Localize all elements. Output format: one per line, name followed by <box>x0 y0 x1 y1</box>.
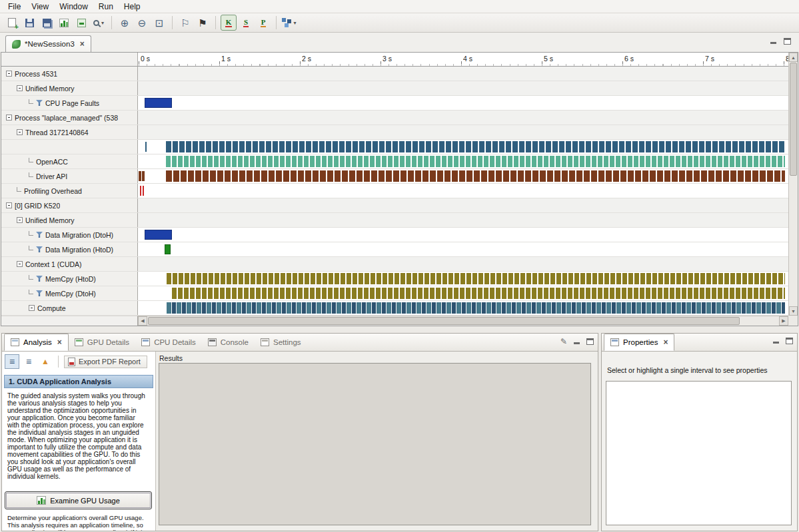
timeline-bar[interactable] <box>143 186 144 196</box>
unguided-analysis-mode-button[interactable]: ≡ <box>21 354 36 369</box>
zoom-in-button[interactable]: ⊕ <box>117 15 133 31</box>
close-icon[interactable]: × <box>663 338 668 347</box>
menu-run[interactable]: Run <box>93 1 119 13</box>
row-track-context-1-cuda[interactable] <box>138 257 788 271</box>
scroll-up-icon[interactable]: ▲ <box>789 53 798 62</box>
tab-console[interactable]: Console <box>202 334 255 351</box>
guided-analysis-mode-button[interactable]: ≡ <box>5 354 19 369</box>
collapse-icon[interactable] <box>17 129 23 135</box>
timeline-bar[interactable] <box>166 141 785 152</box>
collapse-icon[interactable] <box>17 261 23 267</box>
timeline-bar[interactable] <box>145 98 172 108</box>
row-label-grid-k520[interactable]: [0] GRID K520 <box>1 198 138 212</box>
minimize-icon[interactable] <box>573 339 580 345</box>
new-session-button[interactable] <box>4 15 20 31</box>
vertical-scrollbar[interactable]: ▲ ▼ <box>788 53 798 316</box>
row-track-openacc[interactable] <box>138 154 788 168</box>
tab-cpu-details[interactable]: CPU Details <box>135 334 202 351</box>
save-button[interactable] <box>21 15 37 31</box>
row-track-process-laplace[interactable] <box>138 111 788 125</box>
export-pdf-report-button[interactable]: Export PDF Report <box>64 356 147 368</box>
timeline-bar[interactable] <box>172 288 785 299</box>
zoom-fit-button[interactable]: ⊡ <box>151 15 167 31</box>
timeline-bar[interactable] <box>142 171 145 181</box>
kernel-timeline-toggle[interactable]: K <box>221 15 237 31</box>
horizontal-scrollbar[interactable]: ◀ ▶ <box>138 316 788 326</box>
row-label-driver-api[interactable]: Driver API <box>1 169 138 183</box>
row-label-process-4531[interactable]: Process 4531 <box>1 67 138 81</box>
process-timeline-toggle[interactable]: P <box>255 15 271 31</box>
vertical-scroll-thumb[interactable] <box>790 63 797 176</box>
maximize-icon[interactable] <box>586 338 594 345</box>
collapse-icon[interactable] <box>6 71 12 77</box>
row-track-compute[interactable] <box>138 301 788 315</box>
run-settings-button[interactable]: ▾ <box>91 15 107 31</box>
row-label-data-migration-htod[interactable]: Data Migration (HtoD) <box>1 242 138 256</box>
scroll-left-icon[interactable]: ◀ <box>138 316 147 326</box>
row-track-unified-memory-host[interactable] <box>138 81 788 95</box>
horizontal-scroll-thumb[interactable] <box>148 317 740 325</box>
row-track-data-migration-dtoh[interactable] <box>138 228 788 242</box>
prev-marker-button[interactable]: ⚑ <box>195 15 211 31</box>
row-label-openacc[interactable]: OpenACC <box>1 154 138 168</box>
row-label-thread-3172140864[interactable]: Thread 3172140864 <box>1 125 138 139</box>
row-track-profiling-overhead[interactable] <box>138 184 788 198</box>
row-track-thread-3172140864[interactable] <box>138 125 788 139</box>
analysis-section-header[interactable]: 1. CUDA Application Analysis <box>4 375 153 388</box>
maximize-icon[interactable] <box>786 338 793 344</box>
collapse-icon[interactable] <box>17 85 23 91</box>
minimize-icon[interactable] <box>772 338 780 344</box>
tab-gpu-details[interactable]: GPU Details <box>69 334 135 351</box>
analysis-up-button[interactable]: ▲ <box>38 354 53 369</box>
menu-file[interactable]: File <box>3 1 26 13</box>
save-as-button[interactable] <box>39 15 55 31</box>
row-label-context-1-cuda[interactable]: Context 1 (CUDA) <box>1 257 138 271</box>
collapse-icon[interactable] <box>6 115 12 121</box>
profile-application-button[interactable] <box>56 15 72 31</box>
tab-analysis[interactable]: Analysis× <box>4 334 69 351</box>
row-track-unified-memory-gpu[interactable] <box>138 213 788 227</box>
row-track-grid-k520[interactable] <box>138 198 788 212</box>
collapse-icon[interactable] <box>6 202 12 208</box>
tab-settings[interactable]: Settings <box>255 334 307 351</box>
timeline-bar[interactable] <box>166 156 785 167</box>
timeline-ruler[interactable]: 0 s1 s2 s3 s4 s5 s6 s7 s8 s <box>138 53 788 67</box>
row-track-process-4531[interactable] <box>138 67 788 81</box>
collapse-icon[interactable] <box>29 305 35 311</box>
row-track-memcpy-dtoh[interactable] <box>138 286 788 300</box>
timeline-bar[interactable] <box>145 230 172 240</box>
row-label-profiling-overhead[interactable]: Profiling Overhead <box>1 184 138 198</box>
row-track-memcpy-htod[interactable] <box>138 272 788 286</box>
row-track-data-migration-htod[interactable] <box>138 242 788 256</box>
zoom-out-button[interactable]: ⊖ <box>134 15 150 31</box>
view-menu-icon[interactable]: ✎ <box>560 338 567 346</box>
timeline-bar[interactable] <box>166 170 785 182</box>
minimize-icon[interactable] <box>770 39 777 45</box>
row-track-driver-api[interactable] <box>138 169 788 183</box>
timeline-bar[interactable] <box>145 142 147 152</box>
stream-timeline-toggle[interactable]: S <box>238 15 254 31</box>
row-label-unified-memory-gpu[interactable]: Unified Memory <box>1 213 138 227</box>
row-label-openacc-upper[interactable] <box>1 140 138 154</box>
close-icon[interactable]: × <box>80 39 85 49</box>
scroll-down-icon[interactable]: ▼ <box>789 306 798 316</box>
row-label-memcpy-htod[interactable]: MemCpy (HtoD) <box>1 272 138 286</box>
row-track-openacc-upper[interactable] <box>138 140 788 154</box>
row-label-data-migration-dtoh[interactable]: Data Migration (DtoH) <box>1 228 138 242</box>
collapse-icon[interactable] <box>17 217 23 223</box>
timeline-bar[interactable] <box>140 186 141 196</box>
row-label-compute[interactable]: Compute <box>1 301 138 315</box>
row-track-cpu-page-faults[interactable] <box>138 96 788 110</box>
scroll-right-icon[interactable]: ▶ <box>779 316 788 326</box>
row-label-memcpy-dtoh[interactable]: MemCpy (DtoH) <box>1 286 138 300</box>
timeline-bar[interactable] <box>167 302 785 314</box>
guided-analysis-button[interactable]: ▾ <box>281 15 297 31</box>
row-label-cpu-page-faults[interactable]: CPU Page Faults <box>1 96 138 110</box>
menu-help[interactable]: Help <box>119 1 146 13</box>
row-label-process-laplace[interactable]: Process "laplace_managed" (538 <box>1 111 138 125</box>
menu-window[interactable]: Window <box>54 1 93 13</box>
menu-view[interactable]: View <box>26 1 54 13</box>
examine-gpu-usage-button[interactable]: Examine GPU Usage <box>6 493 151 508</box>
timeline-bar[interactable] <box>167 273 785 284</box>
timeline-bar[interactable] <box>165 244 171 254</box>
